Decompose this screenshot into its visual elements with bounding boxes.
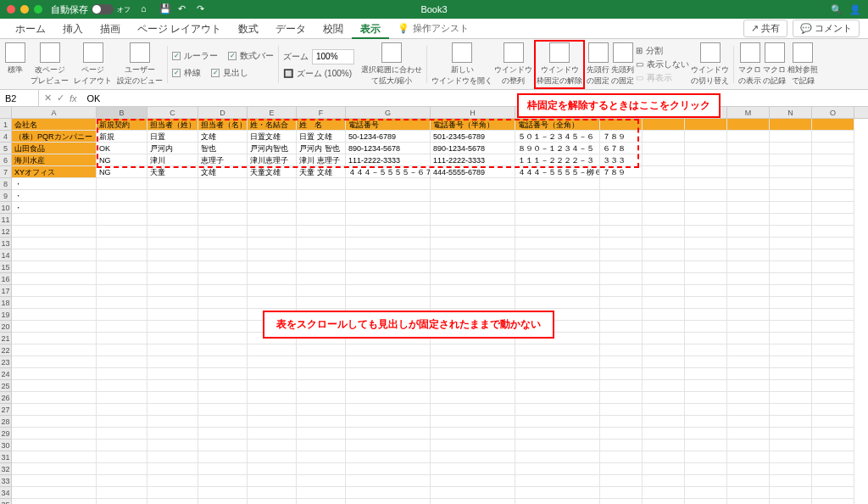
cell[interactable] [812,154,854,166]
cell[interactable] [643,368,685,380]
cell[interactable]: 111-2222-3333 [346,154,431,166]
window-split[interactable]: ⊞分割 [636,45,689,57]
cell[interactable] [770,166,812,178]
cell[interactable]: 文雄 [198,131,248,143]
cell[interactable]: 山田食品 [12,143,97,154]
chk-formula-bar[interactable]: ✓数式バー [228,50,274,62]
cell[interactable] [248,238,297,249]
cell[interactable] [297,297,346,309]
cell[interactable] [727,321,770,333]
cell[interactable] [97,356,147,368]
cell[interactable] [198,392,248,404]
cell[interactable] [770,190,812,202]
cell[interactable]: ３３３ [600,154,643,166]
cell[interactable] [600,463,643,475]
cell[interactable] [297,475,346,487]
cell[interactable] [515,273,600,285]
cell[interactable] [97,321,147,333]
cell[interactable] [515,178,600,190]
cell[interactable] [643,214,685,226]
cell[interactable] [600,333,643,344]
chk-gridlines[interactable]: ✓枠線 [172,67,201,79]
cell[interactable] [685,499,727,504]
cell[interactable] [515,440,600,451]
cell[interactable] [812,463,854,475]
row-header[interactable]: 17 [0,285,12,297]
cell[interactable] [600,392,643,404]
cell[interactable] [600,238,643,249]
row-header[interactable]: 14 [0,249,12,261]
cell[interactable] [600,119,643,131]
row-header[interactable]: 25 [0,380,12,392]
cell[interactable] [431,356,515,368]
row-header[interactable]: 11 [0,214,12,226]
cell[interactable] [97,309,147,321]
cell[interactable]: 新規契約 [97,119,147,131]
cell[interactable] [147,487,198,499]
cell[interactable] [297,416,346,428]
cell[interactable] [643,499,685,504]
cell[interactable] [12,261,97,273]
cell[interactable] [198,249,248,261]
cell[interactable] [515,190,600,202]
cell[interactable] [812,356,854,368]
cell[interactable] [431,178,515,190]
tab-view[interactable]: 表示 [352,19,389,39]
cell[interactable] [685,285,727,297]
zoom-selection[interactable]: 選択範囲に合わせ て拡大/縮小 [361,42,422,87]
row-header[interactable]: 30 [0,440,12,451]
row-header[interactable]: 35 [0,499,12,504]
cell[interactable] [770,226,812,238]
cell[interactable] [770,131,812,143]
search-icon[interactable]: 🔍 [831,4,843,15]
cell[interactable] [727,226,770,238]
cell[interactable] [431,392,515,404]
cell[interactable] [685,463,727,475]
row-header[interactable]: 31 [0,451,12,463]
cell[interactable] [147,368,198,380]
cell[interactable] [97,214,147,226]
cell[interactable] [685,428,727,440]
zoom-100[interactable]: 🔲ズーム (100%) [283,68,354,80]
cell[interactable] [643,392,685,404]
cell[interactable] [346,273,431,285]
cell[interactable] [97,226,147,238]
cell[interactable] [727,440,770,451]
cell[interactable] [12,404,97,416]
cell[interactable] [600,428,643,440]
cell[interactable] [727,131,770,143]
cell[interactable] [248,475,297,487]
tell-me[interactable]: 💡 操作アシスト [398,22,469,35]
cell[interactable] [685,261,727,273]
cell[interactable] [515,368,600,380]
cell[interactable]: 電話番号 [346,119,431,131]
cell[interactable] [97,392,147,404]
cell[interactable]: 890-1234-5678 [346,143,431,154]
cell[interactable]: ６７８ [600,143,643,154]
cell[interactable] [812,404,854,416]
cell[interactable] [346,202,431,214]
cell[interactable] [198,238,248,249]
cell[interactable] [515,214,600,226]
cell[interactable] [147,333,198,344]
row-header[interactable]: 5 [0,143,12,154]
cell[interactable] [770,344,812,356]
cell[interactable] [346,297,431,309]
cell[interactable] [297,226,346,238]
cell[interactable] [346,380,431,392]
cell[interactable] [770,238,812,249]
cell[interactable] [248,463,297,475]
cell[interactable] [97,463,147,475]
cell[interactable]: 天童 [147,166,198,178]
cell[interactable]: ・ [12,202,97,214]
cell[interactable] [248,368,297,380]
cell[interactable]: 戸河内智也 [248,143,297,154]
cell[interactable] [812,451,854,463]
row-header[interactable]: 24 [0,368,12,380]
cell[interactable] [248,380,297,392]
redo-icon[interactable]: ↷ [197,3,209,15]
cell[interactable] [770,178,812,190]
cell[interactable] [248,285,297,297]
window-top-row[interactable]: 先頭行 の固定 [587,42,609,87]
cell[interactable] [147,309,198,321]
